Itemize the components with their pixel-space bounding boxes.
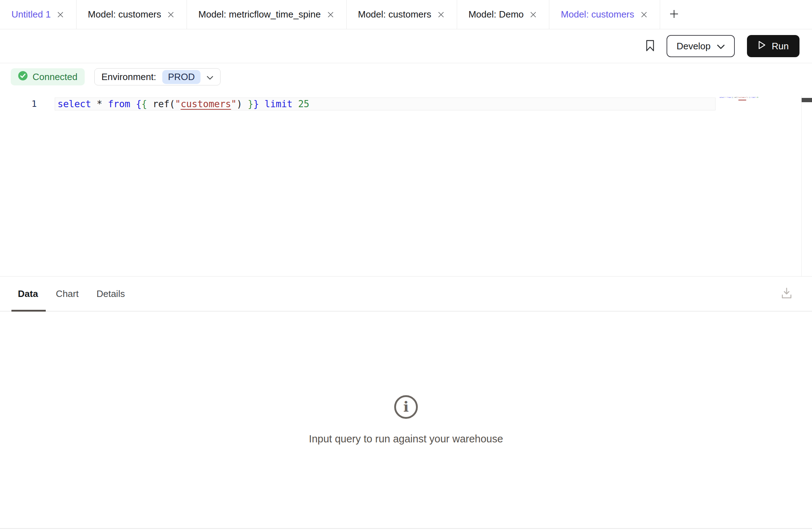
connection-status-row: Connected Environment: PROD (0, 63, 812, 90)
tab-model-customers-2[interactable]: Model: customers (347, 0, 457, 29)
environment-label: Environment: (102, 71, 156, 83)
chevron-down-icon (207, 71, 213, 83)
connected-badge: Connected (11, 68, 85, 85)
tab-model-customers-1[interactable]: Model: customers (76, 0, 187, 29)
active-tab-indicator (11, 310, 46, 312)
tab-label: Model: customers (561, 9, 634, 20)
tab-label: Model: metricflow_time_spine (198, 9, 321, 20)
tab-bar-spacer (688, 0, 812, 29)
sql-editor[interactable]: 1 select * from {{ ref("customers") }} l… (0, 90, 812, 277)
close-icon[interactable] (167, 10, 175, 19)
results-tab-bar: Data Chart Details (0, 277, 812, 312)
ide-window: Untitled 1 Model: customers Model: metri… (0, 0, 812, 531)
close-icon[interactable] (437, 10, 445, 19)
chevron-down-icon (717, 41, 725, 52)
scrollbar-thumb[interactable] (802, 98, 812, 102)
empty-state-message: Input query to run against your warehous… (309, 433, 503, 445)
tab-label: Model: Demo (469, 9, 524, 20)
tab-label: Model: customers (88, 9, 161, 20)
check-circle-icon (18, 71, 28, 83)
develop-label: Develop (677, 41, 710, 52)
download-results-button[interactable] (780, 287, 793, 301)
environment-dropdown[interactable]: Environment: PROD (94, 68, 221, 85)
toolbar: Develop Run (0, 29, 812, 63)
close-icon[interactable] (326, 10, 335, 19)
environment-value-badge: PROD (162, 70, 200, 84)
editor-scrollbar[interactable] (801, 96, 812, 276)
new-tab-button[interactable] (660, 0, 688, 29)
tab-label: Model: customers (358, 9, 431, 20)
tab-model-demo[interactable]: Model: Demo (457, 0, 550, 29)
bottom-gap (0, 529, 812, 531)
run-label: Run (772, 41, 789, 52)
connected-label: Connected (33, 71, 78, 83)
bookmark-button[interactable] (646, 40, 654, 53)
tab-data[interactable]: Data (11, 288, 44, 299)
close-icon[interactable] (56, 10, 65, 19)
editor-minimap[interactable]: select * from {{ ref("customers") }} lim… (719, 96, 759, 98)
play-icon (758, 40, 766, 52)
line-number: 1 (31, 99, 46, 109)
tab-chart[interactable]: Chart (49, 288, 85, 299)
close-icon[interactable] (640, 10, 648, 19)
code-line[interactable]: select * from {{ ref("customers") }} lim… (58, 99, 310, 109)
download-icon (780, 287, 793, 301)
tab-label: Untitled 1 (11, 9, 51, 20)
close-icon[interactable] (529, 10, 538, 19)
tab-details[interactable]: Details (90, 288, 131, 299)
tab-untitled-1[interactable]: Untitled 1 (0, 0, 76, 29)
tab-model-customers-3[interactable]: Model: customers (549, 0, 660, 29)
tab-model-metricflow-time-spine[interactable]: Model: metricflow_time_spine (187, 0, 346, 29)
develop-dropdown[interactable]: Develop (667, 35, 735, 57)
bookmark-icon (646, 40, 654, 53)
info-icon: i (394, 395, 418, 419)
editor-tab-bar: Untitled 1 Model: customers Model: metri… (0, 0, 812, 29)
results-empty-state: i Input query to run against your wareho… (0, 312, 812, 528)
run-button[interactable]: Run (747, 35, 799, 57)
plus-icon (669, 9, 679, 21)
